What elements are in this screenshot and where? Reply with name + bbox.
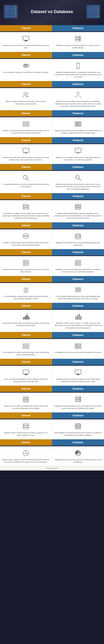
- svg-point-20: [98, 6, 98, 7]
- dataset-label-4: Dataset: [0, 137, 52, 143]
- database-cell-8: Databases are good at data abstraction t…: [52, 256, 104, 276]
- dataset-label-6: Dataset: [0, 193, 52, 199]
- database-cell-14: With databases, file based system has be…: [52, 420, 104, 439]
- dataset-icon-10: [21, 312, 31, 321]
- dataset-text-10: Client datasets enable users to create a…: [2, 322, 50, 327]
- svg-point-9: [15, 10, 16, 11]
- svg-rect-48: [23, 125, 29, 126]
- database-label-13: Database: [52, 386, 104, 392]
- dataset-icon-5: [21, 174, 31, 182]
- content-row-7: Dataset is memory based and client datas…: [0, 229, 104, 249]
- svg-rect-90: [75, 262, 81, 264]
- database-text-3: Databases are termed as electronic datab…: [54, 130, 102, 134]
- svg-line-152: [23, 453, 26, 454]
- svg-rect-119: [24, 374, 28, 375]
- svg-point-139: [23, 423, 29, 425]
- database-label-4: Database: [52, 137, 104, 143]
- svg-point-73: [75, 204, 81, 206]
- svg-rect-1: [5, 6, 17, 7]
- dataset-text-2: Dataset consists of few facts, for examp…: [2, 100, 50, 105]
- section-header-3: Dataset Database: [0, 110, 104, 116]
- dataset-icon-13: [21, 395, 31, 404]
- svg-rect-111: [23, 348, 29, 349]
- database-cell-10: Database's support multi user view i.e.,…: [52, 310, 104, 332]
- svg-point-74: [75, 206, 81, 208]
- main-content: Dataset Database Dataset is structured c…: [0, 25, 104, 466]
- svg-rect-6: [5, 16, 17, 18]
- content-row-1: Once a dataset is produced, it usually d…: [0, 59, 104, 81]
- database-label-12: Database: [52, 359, 104, 365]
- svg-rect-124: [76, 374, 80, 375]
- svg-point-126: [23, 396, 28, 398]
- database-label-9: Database: [52, 276, 104, 282]
- footer: www.educba.com: [0, 466, 104, 470]
- server-rack-right-icon: [85, 4, 101, 19]
- svg-point-24: [98, 14, 98, 15]
- content-row-0: Dataset is structured collection of data…: [0, 32, 104, 52]
- database-cell-12: Database help users in decision making, …: [52, 366, 104, 386]
- svg-point-127: [23, 398, 28, 400]
- dataset-cell-11: Client datasets are useful for temporary…: [0, 339, 52, 359]
- svg-point-43: [24, 92, 26, 94]
- database-label-0: Database: [52, 25, 104, 31]
- svg-point-137: [80, 400, 81, 401]
- svg-point-23: [98, 12, 98, 13]
- svg-rect-98: [75, 291, 81, 292]
- dataset-icon-14: [21, 422, 31, 430]
- server-rack-left-icon: [3, 4, 19, 19]
- svg-rect-110: [23, 346, 29, 347]
- database-label-14: Database: [52, 412, 104, 418]
- database-cell-15: Organizations has to pay huge amount for…: [52, 446, 104, 466]
- dataset-icon-6: [21, 203, 31, 211]
- dataset-cell-8: Datasets are inherently single user data…: [0, 256, 52, 276]
- svg-point-7: [15, 6, 16, 7]
- content-row-6: Key attributes of Dataset include median…: [0, 200, 104, 222]
- section-header-0: Dataset Database: [0, 25, 104, 31]
- dataset-cell-1: Once a dataset is produced, it usually d…: [0, 59, 52, 81]
- database-label-3: Database: [52, 110, 104, 116]
- database-label-7: Database: [52, 222, 104, 228]
- database-label-15: Database: [52, 440, 104, 446]
- database-cell-7: Databases are classified into various ty…: [52, 229, 104, 249]
- section-header-10: Dataset Database: [0, 303, 104, 309]
- dataset-icon-4: [21, 147, 31, 155]
- database-cell-2: Database consists of different type of p…: [52, 88, 104, 110]
- svg-point-69: [23, 206, 29, 208]
- database-icon-10: [73, 312, 83, 321]
- dataset-cell-10: Client datasets enable users to create a…: [0, 310, 52, 332]
- dataset-text-9: For client datasets, multilevel undo sup…: [2, 295, 50, 300]
- svg-point-41: [78, 68, 78, 68]
- svg-point-125: [76, 371, 78, 373]
- dataset-cell-3: Dataset is disconnected oriented archite…: [0, 117, 52, 137]
- database-text-14: With databases, file based system has be…: [54, 432, 102, 436]
- dataset-text-4: Datasets collect the data needed to anal…: [2, 156, 50, 161]
- database-icon-14: [73, 422, 83, 430]
- svg-point-34: [79, 38, 80, 39]
- svg-rect-59: [77, 152, 79, 153]
- svg-rect-106: [79, 314, 80, 319]
- svg-point-11: [15, 14, 16, 15]
- database-text-5: Database uses keywords and commands enab…: [54, 183, 102, 190]
- dataset-label-2: Dataset: [0, 81, 52, 87]
- dataset-icon-11: [21, 342, 31, 350]
- section-header-5: Dataset Database: [0, 164, 104, 170]
- database-label-6: Database: [52, 193, 104, 199]
- database-label-8: Database: [52, 249, 104, 255]
- dataset-cell-2: Dataset consists of few facts, for examp…: [0, 88, 52, 110]
- section-header-8: Dataset Database: [0, 249, 104, 255]
- content-row-15: Dataset usage vocabulary is used in dete…: [0, 446, 104, 466]
- svg-rect-28: [24, 41, 28, 41]
- database-text-1: Database manages collection of statement…: [54, 71, 102, 78]
- svg-point-45: [77, 92, 79, 94]
- dataset-text-11: Client datasets are useful for temporary…: [2, 351, 50, 356]
- svg-point-25: [98, 16, 98, 17]
- svg-rect-99: [23, 317, 24, 319]
- dataset-label-12: Dataset: [0, 359, 52, 365]
- dataset-label-3: Dataset: [0, 110, 52, 116]
- dataset-cell-4: Datasets collect the data needed to anal…: [0, 144, 52, 164]
- svg-point-8: [15, 8, 16, 9]
- database-cell-13: Databases need high speed processor and …: [52, 393, 104, 412]
- content-row-12: Users can create table adaptors and have…: [0, 366, 104, 386]
- svg-rect-58: [75, 148, 81, 152]
- svg-rect-31: [75, 38, 81, 39]
